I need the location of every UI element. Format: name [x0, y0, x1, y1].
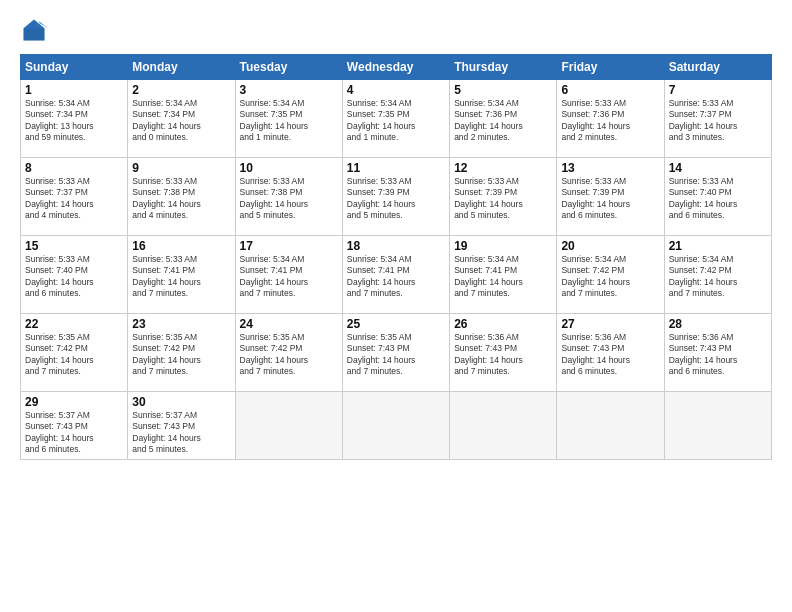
day-info: Sunrise: 5:33 AMSunset: 7:39 PMDaylight:… — [454, 176, 552, 222]
calendar-cell: 18Sunrise: 5:34 AMSunset: 7:41 PMDayligh… — [342, 236, 449, 314]
page: SundayMondayTuesdayWednesdayThursdayFrid… — [0, 0, 792, 612]
day-number: 10 — [240, 161, 338, 175]
calendar-week-row: 22Sunrise: 5:35 AMSunset: 7:42 PMDayligh… — [21, 314, 772, 392]
column-header-saturday: Saturday — [664, 55, 771, 80]
day-info: Sunrise: 5:33 AMSunset: 7:38 PMDaylight:… — [132, 176, 230, 222]
calendar-week-row: 15Sunrise: 5:33 AMSunset: 7:40 PMDayligh… — [21, 236, 772, 314]
day-number: 3 — [240, 83, 338, 97]
column-header-monday: Monday — [128, 55, 235, 80]
calendar-cell: 9Sunrise: 5:33 AMSunset: 7:38 PMDaylight… — [128, 158, 235, 236]
calendar-header-row: SundayMondayTuesdayWednesdayThursdayFrid… — [21, 55, 772, 80]
day-info: Sunrise: 5:37 AMSunset: 7:43 PMDaylight:… — [132, 410, 230, 456]
logo-icon — [20, 16, 48, 44]
day-number: 8 — [25, 161, 123, 175]
day-number: 7 — [669, 83, 767, 97]
day-info: Sunrise: 5:36 AMSunset: 7:43 PMDaylight:… — [561, 332, 659, 378]
day-info: Sunrise: 5:34 AMSunset: 7:34 PMDaylight:… — [132, 98, 230, 144]
calendar-cell: 17Sunrise: 5:34 AMSunset: 7:41 PMDayligh… — [235, 236, 342, 314]
day-number: 2 — [132, 83, 230, 97]
calendar-cell: 23Sunrise: 5:35 AMSunset: 7:42 PMDayligh… — [128, 314, 235, 392]
column-header-sunday: Sunday — [21, 55, 128, 80]
day-number: 25 — [347, 317, 445, 331]
calendar-cell — [557, 392, 664, 460]
day-info: Sunrise: 5:34 AMSunset: 7:34 PMDaylight:… — [25, 98, 123, 144]
day-info: Sunrise: 5:33 AMSunset: 7:36 PMDaylight:… — [561, 98, 659, 144]
day-number: 19 — [454, 239, 552, 253]
day-number: 1 — [25, 83, 123, 97]
column-header-thursday: Thursday — [450, 55, 557, 80]
day-number: 28 — [669, 317, 767, 331]
day-info: Sunrise: 5:34 AMSunset: 7:35 PMDaylight:… — [240, 98, 338, 144]
calendar-cell: 25Sunrise: 5:35 AMSunset: 7:43 PMDayligh… — [342, 314, 449, 392]
day-number: 18 — [347, 239, 445, 253]
day-info: Sunrise: 5:33 AMSunset: 7:39 PMDaylight:… — [347, 176, 445, 222]
day-info: Sunrise: 5:34 AMSunset: 7:41 PMDaylight:… — [240, 254, 338, 300]
day-number: 11 — [347, 161, 445, 175]
day-number: 20 — [561, 239, 659, 253]
day-info: Sunrise: 5:34 AMSunset: 7:42 PMDaylight:… — [669, 254, 767, 300]
calendar-cell: 15Sunrise: 5:33 AMSunset: 7:40 PMDayligh… — [21, 236, 128, 314]
calendar-cell: 1Sunrise: 5:34 AMSunset: 7:34 PMDaylight… — [21, 80, 128, 158]
calendar-cell: 16Sunrise: 5:33 AMSunset: 7:41 PMDayligh… — [128, 236, 235, 314]
day-info: Sunrise: 5:34 AMSunset: 7:36 PMDaylight:… — [454, 98, 552, 144]
calendar-cell: 7Sunrise: 5:33 AMSunset: 7:37 PMDaylight… — [664, 80, 771, 158]
svg-rect-2 — [24, 28, 45, 40]
column-header-wednesday: Wednesday — [342, 55, 449, 80]
day-info: Sunrise: 5:34 AMSunset: 7:42 PMDaylight:… — [561, 254, 659, 300]
day-number: 17 — [240, 239, 338, 253]
day-info: Sunrise: 5:36 AMSunset: 7:43 PMDaylight:… — [454, 332, 552, 378]
day-info: Sunrise: 5:33 AMSunset: 7:37 PMDaylight:… — [25, 176, 123, 222]
day-info: Sunrise: 5:34 AMSunset: 7:41 PMDaylight:… — [454, 254, 552, 300]
day-info: Sunrise: 5:36 AMSunset: 7:43 PMDaylight:… — [669, 332, 767, 378]
calendar-cell: 2Sunrise: 5:34 AMSunset: 7:34 PMDaylight… — [128, 80, 235, 158]
calendar-cell: 24Sunrise: 5:35 AMSunset: 7:42 PMDayligh… — [235, 314, 342, 392]
day-info: Sunrise: 5:33 AMSunset: 7:40 PMDaylight:… — [669, 176, 767, 222]
calendar-cell: 5Sunrise: 5:34 AMSunset: 7:36 PMDaylight… — [450, 80, 557, 158]
calendar-cell: 29Sunrise: 5:37 AMSunset: 7:43 PMDayligh… — [21, 392, 128, 460]
calendar: SundayMondayTuesdayWednesdayThursdayFrid… — [20, 54, 772, 460]
day-number: 15 — [25, 239, 123, 253]
day-number: 29 — [25, 395, 123, 409]
calendar-cell: 6Sunrise: 5:33 AMSunset: 7:36 PMDaylight… — [557, 80, 664, 158]
calendar-cell: 26Sunrise: 5:36 AMSunset: 7:43 PMDayligh… — [450, 314, 557, 392]
day-info: Sunrise: 5:33 AMSunset: 7:40 PMDaylight:… — [25, 254, 123, 300]
calendar-cell — [342, 392, 449, 460]
calendar-week-row: 1Sunrise: 5:34 AMSunset: 7:34 PMDaylight… — [21, 80, 772, 158]
day-info: Sunrise: 5:35 AMSunset: 7:42 PMDaylight:… — [25, 332, 123, 378]
day-number: 22 — [25, 317, 123, 331]
day-number: 5 — [454, 83, 552, 97]
calendar-cell — [235, 392, 342, 460]
day-info: Sunrise: 5:35 AMSunset: 7:42 PMDaylight:… — [132, 332, 230, 378]
logo — [20, 16, 52, 44]
calendar-cell: 10Sunrise: 5:33 AMSunset: 7:38 PMDayligh… — [235, 158, 342, 236]
day-info: Sunrise: 5:35 AMSunset: 7:42 PMDaylight:… — [240, 332, 338, 378]
day-info: Sunrise: 5:34 AMSunset: 7:35 PMDaylight:… — [347, 98, 445, 144]
calendar-week-row: 8Sunrise: 5:33 AMSunset: 7:37 PMDaylight… — [21, 158, 772, 236]
day-info: Sunrise: 5:34 AMSunset: 7:41 PMDaylight:… — [347, 254, 445, 300]
column-header-friday: Friday — [557, 55, 664, 80]
day-number: 13 — [561, 161, 659, 175]
day-info: Sunrise: 5:35 AMSunset: 7:43 PMDaylight:… — [347, 332, 445, 378]
calendar-cell: 21Sunrise: 5:34 AMSunset: 7:42 PMDayligh… — [664, 236, 771, 314]
calendar-cell — [450, 392, 557, 460]
calendar-cell: 19Sunrise: 5:34 AMSunset: 7:41 PMDayligh… — [450, 236, 557, 314]
calendar-cell: 8Sunrise: 5:33 AMSunset: 7:37 PMDaylight… — [21, 158, 128, 236]
header — [20, 16, 772, 44]
calendar-cell: 12Sunrise: 5:33 AMSunset: 7:39 PMDayligh… — [450, 158, 557, 236]
day-info: Sunrise: 5:37 AMSunset: 7:43 PMDaylight:… — [25, 410, 123, 456]
day-number: 26 — [454, 317, 552, 331]
day-info: Sunrise: 5:33 AMSunset: 7:38 PMDaylight:… — [240, 176, 338, 222]
day-number: 24 — [240, 317, 338, 331]
calendar-cell: 22Sunrise: 5:35 AMSunset: 7:42 PMDayligh… — [21, 314, 128, 392]
day-number: 6 — [561, 83, 659, 97]
day-number: 9 — [132, 161, 230, 175]
day-number: 30 — [132, 395, 230, 409]
day-number: 23 — [132, 317, 230, 331]
calendar-cell: 4Sunrise: 5:34 AMSunset: 7:35 PMDaylight… — [342, 80, 449, 158]
day-number: 12 — [454, 161, 552, 175]
column-header-tuesday: Tuesday — [235, 55, 342, 80]
calendar-cell: 14Sunrise: 5:33 AMSunset: 7:40 PMDayligh… — [664, 158, 771, 236]
calendar-week-row: 29Sunrise: 5:37 AMSunset: 7:43 PMDayligh… — [21, 392, 772, 460]
calendar-cell: 27Sunrise: 5:36 AMSunset: 7:43 PMDayligh… — [557, 314, 664, 392]
day-number: 4 — [347, 83, 445, 97]
